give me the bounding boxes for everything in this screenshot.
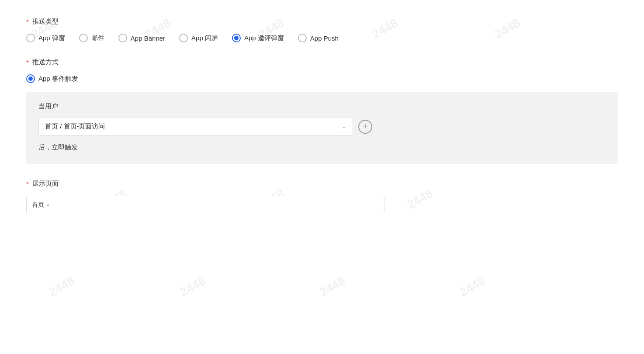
radio-item-app-review[interactable]: App 邀评弹窗 bbox=[232, 34, 284, 42]
radio-item-app-event[interactable]: App 事件触发 bbox=[26, 74, 78, 83]
tag-homepage: 首页 × bbox=[32, 201, 50, 209]
event-dropdown[interactable]: 首页 / 首页-页面访问 ⌄ bbox=[38, 118, 353, 135]
add-event-button[interactable]: + bbox=[358, 120, 372, 134]
radio-label-app-modal: App 弹窗 bbox=[38, 34, 65, 42]
watermark: 2448 2448 2448 2448 2448 2448 2448 2448 … bbox=[0, 0, 644, 354]
radio-circle-app-event[interactable] bbox=[26, 74, 35, 83]
radio-circle-email[interactable] bbox=[79, 34, 88, 42]
dropdown-value: 首页 / 首页-页面访问 bbox=[45, 122, 105, 131]
push-type-section: * 推送类型 App 弹窗 邮件 App Banner App 闪屏 bbox=[26, 17, 618, 42]
radio-item-email[interactable]: 邮件 bbox=[79, 34, 104, 42]
trigger-when-label: 当用户 bbox=[38, 102, 606, 111]
tag-homepage-label: 首页 bbox=[32, 201, 44, 209]
push-method-section: * 推送方式 App 事件触发 当用户 首页 / 首页-页面访问 ⌄ + bbox=[26, 58, 618, 164]
display-page-section: * 展示页面 首页 × bbox=[26, 180, 618, 214]
push-method-label: * 推送方式 bbox=[26, 58, 618, 66]
push-type-label: * 推送类型 bbox=[26, 17, 618, 26]
trigger-box: 当用户 首页 / 首页-页面访问 ⌄ + 后，立即触发 bbox=[26, 92, 618, 164]
plus-icon: + bbox=[363, 122, 368, 131]
tag-homepage-close-icon[interactable]: × bbox=[46, 202, 50, 208]
radio-label-app-banner: App Banner bbox=[131, 35, 165, 42]
trigger-suffix-text: 后，立即触发 bbox=[38, 143, 606, 152]
page-container: 2448 2448 2448 2448 2448 2448 2448 2448 … bbox=[0, 0, 644, 354]
radio-label-email: 邮件 bbox=[91, 34, 104, 42]
display-page-label: * 展示页面 bbox=[26, 180, 618, 188]
radio-item-app-flash[interactable]: App 闪屏 bbox=[179, 34, 218, 42]
radio-circle-app-modal[interactable] bbox=[26, 34, 35, 42]
push-type-required-star: * bbox=[26, 18, 29, 25]
push-method-required-star: * bbox=[26, 59, 29, 66]
display-page-tag-input[interactable]: 首页 × bbox=[26, 196, 384, 214]
display-page-label-text: 展示页面 bbox=[32, 180, 59, 188]
radio-label-app-review: App 邀评弹窗 bbox=[244, 34, 284, 42]
display-page-required-star: * bbox=[26, 180, 29, 187]
push-type-radio-group: App 弹窗 邮件 App Banner App 闪屏 App 邀评弹窗 bbox=[26, 34, 618, 42]
radio-label-app-push: App Push bbox=[310, 35, 339, 42]
radio-circle-app-review[interactable] bbox=[232, 34, 241, 42]
radio-item-app-push[interactable]: App Push bbox=[298, 34, 339, 42]
radio-circle-app-push[interactable] bbox=[298, 34, 307, 42]
radio-circle-app-flash[interactable] bbox=[179, 34, 188, 42]
radio-label-app-event: App 事件触发 bbox=[38, 75, 78, 83]
push-method-radio-group: App 事件触发 bbox=[26, 74, 618, 83]
push-method-label-text: 推送方式 bbox=[32, 58, 59, 66]
radio-label-app-flash: App 闪屏 bbox=[191, 34, 218, 42]
dropdown-wrapper: 首页 / 首页-页面访问 ⌄ + bbox=[38, 118, 606, 135]
radio-item-app-banner[interactable]: App Banner bbox=[118, 34, 165, 42]
radio-item-app-modal[interactable]: App 弹窗 bbox=[26, 34, 65, 42]
push-type-label-text: 推送类型 bbox=[32, 17, 59, 26]
radio-circle-app-banner[interactable] bbox=[118, 34, 127, 42]
dropdown-arrow-icon: ⌄ bbox=[342, 123, 346, 130]
